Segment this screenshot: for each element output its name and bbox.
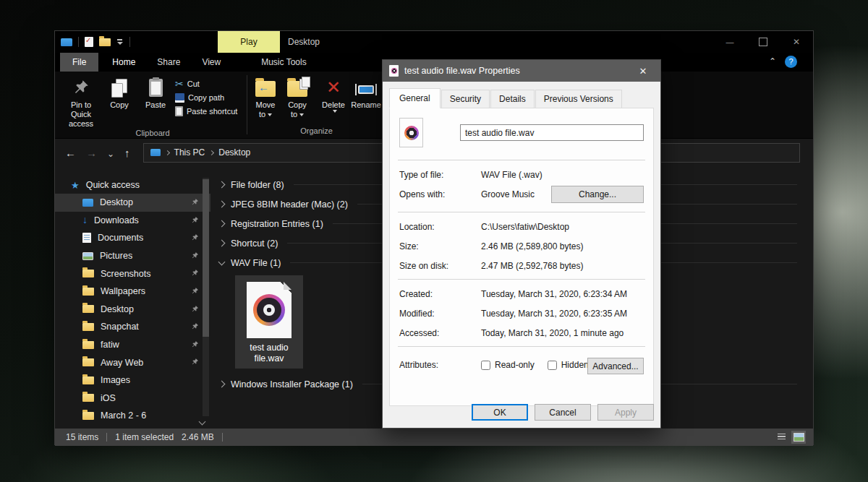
forward-icon[interactable] <box>86 147 97 159</box>
sidebar-item-documents[interactable]: Documents <box>55 229 210 247</box>
folder-icon <box>82 394 94 402</box>
details-view-button[interactable] <box>774 431 788 444</box>
tab-previous-versions[interactable]: Previous Versions <box>535 90 622 109</box>
new-folder-shortcut-icon[interactable] <box>99 38 111 46</box>
sidebar-item-ios[interactable]: iOS <box>55 390 210 408</box>
copy-button[interactable]: Copy <box>101 72 137 110</box>
advanced-button[interactable]: Advanced... <box>587 358 644 374</box>
chevron-right-icon <box>218 181 226 189</box>
tab-share[interactable]: Share <box>146 53 191 72</box>
readonly-label: Read-only <box>495 360 535 370</box>
sidebar-item-desktop-folder[interactable]: Desktop <box>55 301 210 319</box>
sidebar-item-images[interactable]: Images <box>55 371 210 390</box>
tab-general[interactable]: General <box>389 88 441 108</box>
properties-dialog: test audio file.wav Properties General S… <box>382 59 661 429</box>
dialog-close-icon[interactable] <box>632 66 654 77</box>
tab-view[interactable]: View <box>191 53 231 72</box>
customize-toolbar-chevron-icon[interactable] <box>116 39 124 45</box>
copy-path-button[interactable]: Copy path <box>175 92 244 103</box>
size-label: Size: <box>399 241 481 251</box>
properties-shortcut-icon[interactable] <box>85 37 93 47</box>
quick-access-star-icon <box>71 180 80 191</box>
folder-icon <box>82 412 94 420</box>
sidebar-quick-access[interactable]: Quick access <box>55 176 210 194</box>
delete-button[interactable]: Delete <box>318 72 349 113</box>
rename-icon <box>355 84 377 95</box>
wav-file-mini-icon <box>389 65 399 77</box>
breadcrumb-this-pc[interactable]: This PC <box>174 147 205 158</box>
sidebar-item-away-web[interactable]: Away Web <box>55 353 210 371</box>
separator <box>398 160 645 160</box>
rename-button[interactable]: Rename <box>349 72 383 110</box>
dialog-buttons: OK Cancel Apply <box>472 404 654 421</box>
pin-icon <box>191 358 199 368</box>
paste-shortcut-button[interactable]: Paste shortcut <box>175 106 244 117</box>
pin-icon <box>191 269 199 279</box>
status-divider <box>222 433 223 442</box>
collapse-ribbon-chevron-icon[interactable] <box>767 56 778 68</box>
sidebar-item-fatiw[interactable]: fatiw <box>55 336 210 354</box>
filename-row <box>390 118 653 156</box>
sidebar-item-pictures[interactable]: Pictures <box>55 247 210 265</box>
sidebar-item-label: Snapchat <box>101 322 139 332</box>
file-tile-test-audio[interactable]: test audio file.wav <box>235 275 303 369</box>
sidebar-item-label: Pictures <box>100 251 132 261</box>
apply-button[interactable]: Apply <box>597 404 654 421</box>
hidden-checkbox-group: Hidden <box>548 360 589 370</box>
groove-music-disc-icon <box>253 294 285 326</box>
tab-file[interactable]: File <box>60 53 98 72</box>
sidebar-item-downloads[interactable]: Downloads <box>55 212 210 230</box>
back-icon[interactable] <box>65 147 76 159</box>
close-button[interactable] <box>780 31 813 53</box>
created-row: Created: Tuesday, March 31, 2020, 6:23:3… <box>390 284 653 304</box>
opens-with-label: Opens with: <box>399 189 481 199</box>
thumbnail-view-button[interactable] <box>791 431 806 444</box>
pin-to-quick-access-button[interactable]: Pin to Quick access <box>61 72 101 129</box>
breadcrumb-desktop[interactable]: Desktop <box>218 147 250 158</box>
size-on-disk-row: Size on disk: 2.47 MB (2,592,768 bytes) <box>390 256 653 275</box>
sidebar-item-snapchat[interactable]: Snapchat <box>55 318 210 336</box>
rename-label: Rename <box>351 100 381 110</box>
play-contextual-tab[interactable]: Play <box>218 31 280 53</box>
type-of-file-value: WAV File (.wav) <box>481 170 542 180</box>
dropdown-caret-icon <box>333 110 337 113</box>
status-bar: 15 items 1 item selected 2.46 MB <box>55 429 813 446</box>
toolbar-separator <box>78 37 79 47</box>
sidebar-item-label: Images <box>101 375 130 385</box>
maximize-button[interactable] <box>746 31 780 53</box>
sidebar-scrollbar-thumb[interactable] <box>203 179 209 337</box>
cut-button[interactable]: Cut <box>175 78 244 90</box>
sidebar-item-march-2-6[interactable]: March 2 - 6 <box>55 407 210 425</box>
minimize-button[interactable] <box>713 31 746 53</box>
tab-home[interactable]: Home <box>101 53 146 72</box>
up-icon[interactable] <box>124 147 130 159</box>
selection-size: 2.46 MB <box>182 432 214 442</box>
sidebar-scrollbar[interactable] <box>203 178 209 416</box>
folder-icon <box>82 341 94 349</box>
filename-input[interactable] <box>460 124 644 141</box>
sidebar-item-screenshots[interactable]: Screenshots <box>55 264 210 283</box>
location-icon <box>150 149 161 156</box>
tab-security[interactable]: Security <box>441 90 490 109</box>
ok-button[interactable]: OK <box>472 404 528 421</box>
recent-locations-chevron-icon[interactable] <box>107 147 114 159</box>
cancel-button[interactable]: Cancel <box>535 404 591 421</box>
title-bar: Play Desktop <box>55 31 813 53</box>
folder-icon <box>82 323 94 331</box>
help-icon[interactable] <box>785 56 797 68</box>
copy-to-button[interactable]: Copy to <box>281 72 313 119</box>
hidden-checkbox[interactable] <box>548 361 557 370</box>
move-to-button[interactable]: Move to <box>250 72 281 119</box>
copy-label: Copy <box>110 100 129 110</box>
hidden-label: Hidden <box>561 360 589 370</box>
readonly-checkbox[interactable] <box>481 361 490 370</box>
sidebar-item-wallpapers[interactable]: Wallpapers <box>55 283 210 301</box>
tab-details[interactable]: Details <box>490 90 535 109</box>
dialog-title: test audio file.wav Properties <box>404 66 626 76</box>
cut-icon <box>175 78 184 90</box>
sidebar-item-desktop[interactable]: Desktop <box>55 194 210 212</box>
downloads-icon <box>82 215 88 225</box>
tab-music-tools[interactable]: Music Tools <box>250 53 317 72</box>
paste-button[interactable]: Paste <box>137 72 174 110</box>
change-button[interactable]: Change... <box>551 186 644 203</box>
